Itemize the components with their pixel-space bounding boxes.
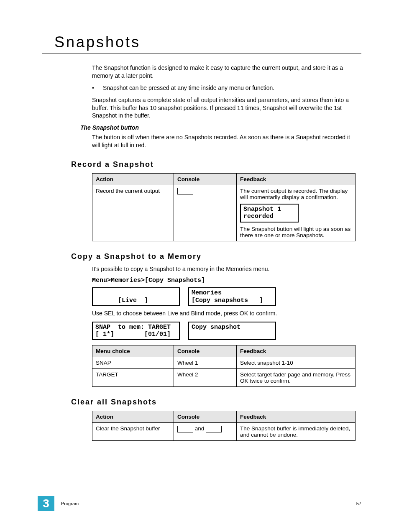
title-rule bbox=[42, 54, 361, 54]
record-fb2: The Snapshot button will light up as soo… bbox=[240, 226, 352, 238]
chapter-badge: 3 bbox=[38, 496, 54, 511]
record-console bbox=[174, 185, 237, 241]
lcd-a-right: Memories [Copy snapshots ] bbox=[188, 287, 276, 306]
clear-col-action: Action bbox=[92, 411, 174, 423]
table-row: SNAP Wheel 1 Select snapshot 1-10 bbox=[92, 357, 356, 369]
record-fb1: The current output is recorded. The disp… bbox=[240, 188, 352, 200]
console-button-icon bbox=[206, 426, 222, 432]
bullet-dot: • bbox=[92, 84, 98, 92]
page-title: Snapshots bbox=[54, 33, 361, 51]
intro-p3: The button is off when there are no Snap… bbox=[92, 133, 357, 149]
and-text: and bbox=[195, 425, 205, 432]
record-table: Action Console Feedback Record the curre… bbox=[92, 173, 356, 241]
lcd-a-left: [Live ] bbox=[92, 287, 180, 306]
page-number: 57 bbox=[356, 501, 361, 506]
table-row: TARGET Wheel 2 Select target fader page … bbox=[92, 369, 356, 387]
col2-console: Console bbox=[174, 345, 237, 357]
lcd-row-a: [Live ] Memories [Copy snapshots ] bbox=[92, 287, 361, 306]
copy-r0-f: Select snapshot 1-10 bbox=[237, 357, 356, 369]
lcd-row-b: SNAP to mem: TARGET [ 1*] [01/01] Copy s… bbox=[92, 322, 361, 340]
copy-r1-c: Wheel 2 bbox=[174, 369, 237, 387]
copy-r1-f: Select target fader page and memory. Pre… bbox=[237, 369, 356, 387]
intro-bullet: Snapshot can be pressed at any time insi… bbox=[103, 84, 274, 92]
col-feedback: Feedback bbox=[237, 174, 356, 185]
record-lcd: Snapshot 1 recorded bbox=[240, 204, 299, 223]
lcd-b-left: SNAP to mem: TARGET [ 1*] [01/01] bbox=[92, 322, 180, 340]
col-console: Console bbox=[174, 174, 237, 185]
menu-path: Menu>Memories>[Copy Snapshots] bbox=[92, 277, 361, 284]
copy-r1-m: TARGET bbox=[92, 369, 174, 387]
clear-heading: Clear all Snapshots bbox=[71, 398, 361, 407]
copy-r0-c: Wheel 1 bbox=[174, 357, 237, 369]
clear-col-feedback: Feedback bbox=[237, 411, 356, 423]
copy-intro: It's possible to copy a Snapshot to a me… bbox=[92, 265, 357, 273]
copy-mid: Use SEL to choose between Live and Blind… bbox=[92, 309, 357, 317]
intro-p2: Snapshot captures a complete state of al… bbox=[92, 96, 357, 120]
chapter-name: Program bbox=[61, 501, 79, 506]
record-heading: Record a Snapshot bbox=[71, 160, 361, 169]
intro-p1: The Snapshot function is designed to mak… bbox=[92, 64, 357, 80]
copy-heading: Copy a Snapshot to a Memory bbox=[71, 252, 361, 261]
clear-col-console: Console bbox=[174, 411, 237, 423]
console-button-icon bbox=[177, 188, 193, 194]
console-button-icon bbox=[177, 426, 193, 432]
copy-r0-m: SNAP bbox=[92, 357, 174, 369]
copy-table: Menu choice Console Feedback SNAP Wheel … bbox=[92, 345, 356, 387]
record-action: Record the current output bbox=[92, 185, 174, 241]
clear-feedback: The Snapshot buffer is immediately delet… bbox=[237, 423, 356, 441]
page-footer: 3 Program 57 bbox=[38, 496, 361, 511]
snapshot-button-hdr: The Snapshot button bbox=[80, 124, 357, 132]
clear-action: Clear the Snapshot buffer bbox=[92, 423, 174, 441]
clear-console: and bbox=[174, 423, 237, 441]
col2-menu: Menu choice bbox=[92, 345, 174, 357]
lcd-b-right: Copy snapshot bbox=[188, 322, 276, 340]
col-action: Action bbox=[92, 174, 174, 185]
clear-table: Action Console Feedback Clear the Snapsh… bbox=[92, 411, 356, 441]
col2-feedback: Feedback bbox=[237, 345, 356, 357]
